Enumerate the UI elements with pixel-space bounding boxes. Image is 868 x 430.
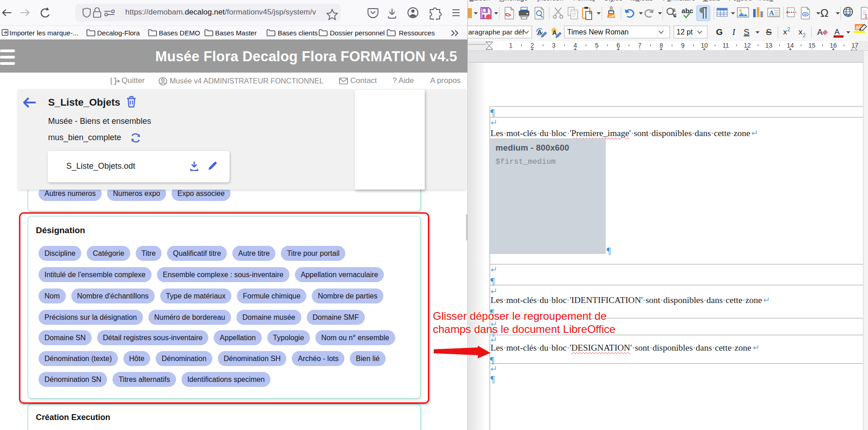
svg-text:1: 1 bbox=[509, 42, 513, 49]
svg-text:16: 16 bbox=[830, 42, 837, 49]
svg-text:aragraphe par déf: aragraphe par déf bbox=[468, 28, 525, 36]
svg-text:11: 11 bbox=[722, 42, 729, 49]
svg-text:6: 6 bbox=[617, 42, 620, 49]
svg-text:12 pt: 12 pt bbox=[677, 28, 693, 36]
svg-text:abc: abc bbox=[682, 7, 693, 15]
svg-text:10: 10 bbox=[701, 42, 708, 49]
svg-text:2: 2 bbox=[787, 26, 790, 33]
svg-text:x: x bbox=[799, 28, 803, 36]
svg-text:A: A bbox=[537, 29, 542, 36]
svg-text:2: 2 bbox=[530, 42, 534, 49]
svg-text:x: x bbox=[783, 28, 787, 36]
svg-text:S: S bbox=[744, 27, 750, 37]
svg-text:Ω: Ω bbox=[820, 7, 829, 19]
svg-text:5: 5 bbox=[595, 42, 598, 49]
svg-text:2: 2 bbox=[803, 32, 806, 39]
svg-text:G: G bbox=[716, 27, 723, 37]
svg-text:9: 9 bbox=[681, 42, 685, 49]
svg-text:13: 13 bbox=[765, 42, 773, 49]
svg-text:15: 15 bbox=[808, 42, 815, 49]
svg-text:Times New Roman: Times New Roman bbox=[567, 28, 628, 36]
svg-text:1: 1 bbox=[864, 13, 868, 20]
svg-text:12: 12 bbox=[744, 42, 751, 49]
svg-text:S: S bbox=[766, 27, 772, 37]
svg-text:8: 8 bbox=[660, 42, 663, 49]
svg-text:A: A bbox=[769, 9, 774, 16]
svg-text:A: A bbox=[817, 28, 823, 37]
svg-text:A: A bbox=[552, 29, 557, 36]
svg-text:7: 7 bbox=[638, 42, 642, 49]
svg-text:d: d bbox=[673, 12, 677, 19]
svg-text:A: A bbox=[834, 28, 840, 36]
svg-text:I: I bbox=[732, 27, 736, 37]
svg-text:3: 3 bbox=[552, 42, 556, 49]
svg-text:14: 14 bbox=[787, 42, 794, 49]
svg-text:4: 4 bbox=[574, 42, 577, 49]
